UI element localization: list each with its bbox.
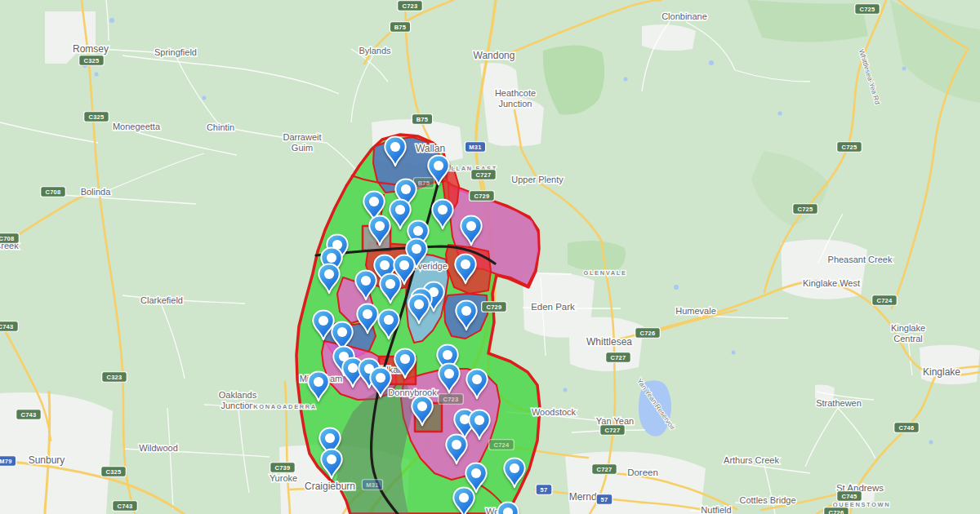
town-label: Eden Park bbox=[531, 302, 575, 312]
town-label: Strathewen bbox=[816, 398, 862, 408]
svg-text:C725: C725 bbox=[859, 6, 875, 13]
map-svg[interactable]: Whittlesea-Yea RdYan Yean Reservoir Roms… bbox=[0, 0, 980, 514]
town-label: Sunbury bbox=[29, 454, 65, 466]
svg-text:C743: C743 bbox=[0, 323, 14, 330]
route-shield: C325 bbox=[79, 55, 105, 66]
svg-text:C725: C725 bbox=[797, 206, 813, 213]
town-label: Upper Plenty bbox=[511, 175, 564, 184]
svg-text:C743: C743 bbox=[117, 503, 132, 510]
svg-text:C729: C729 bbox=[486, 304, 501, 311]
route-shield: C724 bbox=[489, 440, 514, 450]
route-shield: C746 bbox=[894, 423, 920, 433]
town-label: Humevale bbox=[675, 306, 716, 316]
svg-text:C325: C325 bbox=[88, 113, 104, 121]
town-label: Clarkefield bbox=[140, 295, 183, 305]
town-label: Kinglake bbox=[923, 366, 960, 378]
town-label: Wallan bbox=[416, 143, 445, 154]
route-shield: C743 bbox=[0, 321, 18, 332]
svg-text:C739: C739 bbox=[274, 464, 290, 472]
route-shield: C743 bbox=[16, 410, 42, 420]
svg-text:C725: C725 bbox=[841, 144, 857, 151]
route-shield: C729 bbox=[470, 191, 495, 202]
svg-text:C727: C727 bbox=[604, 427, 620, 434]
map-pin[interactable] bbox=[497, 502, 518, 514]
route-shield: 57 bbox=[536, 485, 552, 495]
svg-text:C724: C724 bbox=[876, 297, 893, 304]
town-label: Romsey bbox=[73, 43, 109, 55]
svg-text:C325: C325 bbox=[83, 57, 99, 64]
svg-text:C726: C726 bbox=[639, 330, 655, 337]
svg-text:C727: C727 bbox=[475, 171, 491, 179]
svg-text:C723: C723 bbox=[443, 396, 458, 403]
town-label: Springfield bbox=[154, 47, 197, 57]
route-shield: C725 bbox=[837, 142, 862, 153]
route-shield: C726 bbox=[635, 328, 661, 339]
town-label: Doreen bbox=[627, 467, 658, 477]
svg-text:57: 57 bbox=[541, 486, 548, 494]
district-label: GLENVALE bbox=[583, 269, 626, 277]
route-shield: C739 bbox=[270, 463, 296, 473]
route-shield: C723 bbox=[398, 1, 423, 11]
svg-text:C723: C723 bbox=[402, 2, 417, 10]
map-canvas[interactable]: Whittlesea-Yea RdYan Yean Reservoir Roms… bbox=[0, 0, 980, 514]
town-label: Chintin bbox=[207, 122, 234, 132]
svg-text:M31: M31 bbox=[366, 481, 379, 489]
route-shield: M79 bbox=[0, 456, 16, 467]
town-label: Monegeetta bbox=[113, 122, 161, 131]
town-label: HeathcoteJunction bbox=[495, 88, 536, 109]
route-shield: C743 bbox=[113, 501, 138, 512]
town-label: Kinglake West bbox=[803, 278, 860, 288]
route-shield: M31 bbox=[362, 480, 382, 490]
svg-text:57: 57 bbox=[601, 496, 608, 503]
route-shield: C726 bbox=[824, 507, 849, 514]
town-label: Cottles Bridge bbox=[739, 495, 795, 505]
town-label: Pheasant Creek bbox=[828, 255, 893, 264]
town-label: Craigieburn bbox=[305, 481, 355, 492]
town-label: Bylands bbox=[359, 46, 391, 55]
svg-text:B75: B75 bbox=[418, 179, 430, 187]
route-shield: 57 bbox=[596, 494, 612, 505]
town-label: Wildwood bbox=[139, 443, 178, 453]
route-shield: C323 bbox=[102, 372, 127, 383]
district-label: KONAGADERRA bbox=[253, 403, 317, 410]
svg-text:B75: B75 bbox=[416, 116, 429, 123]
route-shield: C325 bbox=[84, 112, 109, 122]
town-label: OaklandsJunction bbox=[219, 390, 257, 410]
svg-text:C724: C724 bbox=[493, 441, 510, 449]
svg-text:C726: C726 bbox=[828, 509, 844, 514]
town-label: Nutfield bbox=[701, 505, 731, 514]
svg-text:C746: C746 bbox=[898, 424, 914, 432]
town-label: Wandong bbox=[474, 50, 515, 61]
route-shield: C724 bbox=[872, 295, 898, 306]
svg-text:C743: C743 bbox=[20, 411, 36, 419]
route-shield: C725 bbox=[793, 204, 818, 215]
route-shield: C729 bbox=[482, 302, 507, 312]
svg-text:C727: C727 bbox=[596, 466, 612, 473]
route-shield: C727 bbox=[471, 170, 497, 180]
town-label: Bolinda bbox=[81, 187, 112, 197]
svg-text:C729: C729 bbox=[474, 193, 489, 200]
town-label: KinglakeCentral bbox=[891, 323, 925, 343]
route-shield: C745 bbox=[837, 491, 862, 502]
town-label: Arthurs Creek bbox=[724, 455, 779, 465]
route-shield: C325 bbox=[101, 467, 127, 477]
svg-text:C727: C727 bbox=[610, 354, 626, 361]
svg-text:M79: M79 bbox=[0, 458, 12, 465]
svg-text:M31: M31 bbox=[469, 144, 482, 151]
route-shield: C708 bbox=[41, 187, 66, 197]
svg-text:C708: C708 bbox=[0, 235, 15, 242]
route-shield: C723 bbox=[439, 394, 464, 405]
route-shield: C708 bbox=[0, 233, 19, 244]
route-shield: C727 bbox=[600, 425, 626, 436]
route-shield: C727 bbox=[592, 464, 617, 475]
svg-text:C325: C325 bbox=[105, 468, 121, 476]
town-label: Yuroke bbox=[270, 473, 297, 483]
town-label: Whittlesea bbox=[586, 336, 632, 348]
route-shield: B75 bbox=[412, 114, 432, 125]
town-label: Clonbinane bbox=[662, 11, 707, 21]
svg-text:C745: C745 bbox=[841, 493, 857, 500]
svg-text:C708: C708 bbox=[45, 188, 60, 196]
route-shield: C727 bbox=[606, 352, 631, 363]
svg-text:B75: B75 bbox=[394, 24, 407, 31]
route-shield: C725 bbox=[855, 4, 880, 15]
